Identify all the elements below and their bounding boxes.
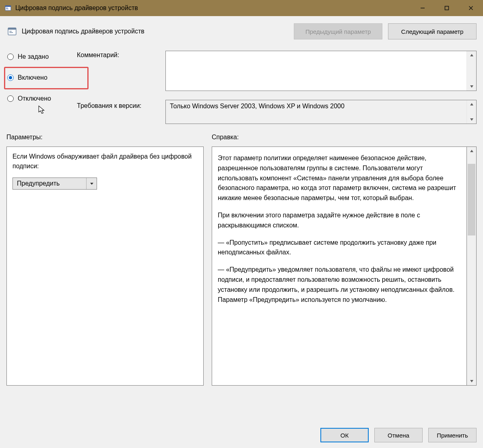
policy-icon: [6, 26, 18, 37]
help-paragraph: — «Предупредить» уведомляет пользователя…: [218, 265, 460, 305]
help-panel: Этот параметр политики определяет наимен…: [212, 147, 467, 386]
svg-marker-13: [470, 85, 473, 88]
svg-marker-12: [470, 54, 473, 56]
svg-rect-2: [6, 8, 8, 8]
comment-field[interactable]: [165, 51, 477, 91]
svg-marker-18: [470, 380, 473, 382]
maximize-button[interactable]: [435, 0, 459, 16]
cancel-button[interactable]: Отмена: [374, 428, 423, 442]
close-button[interactable]: [459, 0, 483, 16]
previous-setting-button[interactable]: Предыдущий параметр: [294, 23, 382, 39]
supported-on-field: Только Windows Server 2003, Windows XP и…: [165, 100, 477, 124]
help-paragraph: — «Пропустить» предписывает системе прод…: [218, 238, 460, 258]
scroll-up-icon[interactable]: [467, 51, 476, 59]
help-scrollbar[interactable]: [467, 147, 477, 386]
options-combobox[interactable]: Предупредить: [12, 178, 97, 190]
radio-enabled[interactable]: Включено: [7, 72, 77, 83]
radio-label: Отключено: [18, 95, 51, 102]
options-section: Параметры: Если Windows обнаруживает фай…: [6, 134, 204, 421]
scroll-down-icon[interactable]: [467, 83, 476, 91]
window-titlebar: Цифровая подпись драйверов устройств: [0, 0, 483, 16]
options-detection-label: Если Windows обнаруживает файл драйвера …: [12, 152, 198, 171]
radio-icon: [7, 54, 14, 60]
minimize-button[interactable]: [411, 0, 435, 16]
svg-rect-11: [9, 32, 13, 33]
scroll-down-icon[interactable]: [467, 377, 476, 385]
svg-rect-10: [9, 31, 12, 32]
help-label: Справка:: [212, 134, 477, 141]
help-paragraph: Этот параметр политики определяет наимен…: [218, 153, 460, 203]
scroll-down-icon[interactable]: [467, 116, 476, 124]
supported-on-value: Только Windows Server 2003, Windows XP и…: [166, 100, 466, 124]
window-icon: [4, 4, 12, 12]
svg-marker-16: [90, 183, 93, 185]
svg-rect-5: [445, 6, 449, 10]
version-scrollbar[interactable]: [466, 100, 476, 124]
svg-rect-9: [8, 28, 16, 29]
dialog-footer: ОК Отмена Применить: [6, 421, 477, 448]
options-panel: Если Windows обнаруживает файл драйвера …: [6, 147, 204, 386]
help-paragraph: При включении этого параметра задайте ну…: [218, 211, 460, 231]
policy-title: Цифровая подпись драйверов устройств: [22, 28, 288, 35]
svg-marker-17: [470, 150, 473, 152]
radio-icon: [7, 95, 14, 102]
apply-button[interactable]: Применить: [428, 428, 477, 442]
help-section: Справка: Этот параметр политики определя…: [212, 134, 477, 421]
chevron-down-icon[interactable]: [86, 178, 97, 189]
radio-label: Не задано: [18, 53, 49, 60]
comment-value[interactable]: [166, 51, 466, 91]
svg-rect-1: [5, 6, 11, 7]
combobox-value: Предупредить: [13, 178, 86, 189]
policy-header: Цифровая подпись драйверов устройств Пре…: [6, 16, 477, 42]
window-title: Цифровая подпись драйверов устройств: [15, 4, 411, 12]
next-setting-button[interactable]: Следующий параметр: [388, 23, 477, 39]
radio-icon: [7, 74, 14, 81]
radio-disabled[interactable]: Отключено: [7, 93, 77, 104]
scroll-up-icon[interactable]: [467, 100, 476, 108]
ok-button[interactable]: ОК: [320, 428, 369, 442]
scrollbar-thumb[interactable]: [468, 164, 475, 235]
version-label: Требования к версии:: [77, 102, 165, 113]
svg-rect-3: [6, 9, 8, 9]
options-label: Параметры:: [6, 134, 204, 141]
svg-marker-15: [470, 118, 473, 121]
comment-label: Комментарий:: [77, 52, 165, 62]
comment-scrollbar[interactable]: [466, 51, 476, 91]
radio-label: Включено: [18, 74, 47, 81]
radio-not-configured[interactable]: Не задано: [7, 52, 77, 62]
svg-marker-14: [470, 103, 473, 105]
scroll-up-icon[interactable]: [467, 147, 476, 155]
